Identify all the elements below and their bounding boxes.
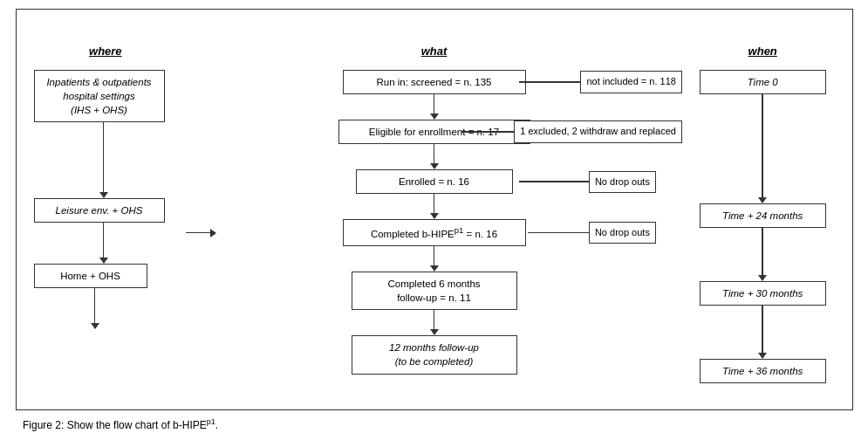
- caption-superscript: p1: [207, 417, 215, 426]
- not-included-connector: not included = n. 118: [519, 71, 681, 93]
- eligible-row: Eligible for enrollment = n. 17 1 exclud…: [186, 120, 682, 144]
- hipe-superscript: p1: [455, 225, 464, 235]
- figure-caption: Figure 2: Show the flow chart of b-HIPEp…: [9, 417, 859, 431]
- followup6-box-wrap: Completed 6 months follow-up = n. 11: [352, 272, 517, 310]
- completed-hipe-box: Completed b-HIPEp1 = n. 16: [343, 219, 526, 246]
- run-in-row: Run in: screened = n. 135 not included =…: [186, 70, 682, 94]
- excluded-box: 1 excluded, 2 withdraw and replaced: [514, 120, 682, 142]
- enrolled-row: Enrolled = n. 16 No drop outs: [186, 169, 682, 194]
- no-dropouts2-box: No drop outs: [589, 222, 656, 244]
- what-header: what: [421, 45, 448, 58]
- diagram-container: where Inpatients & outpatients hospital …: [16, 9, 853, 410]
- completed-hipe-row: Completed b-HIPEp1 = n. 16 No drop outs: [186, 219, 682, 246]
- diagram-area: where Inpatients & outpatients hospital …: [25, 18, 844, 383]
- no-dropouts1-box: No drop outs: [589, 171, 656, 193]
- where-box1: Inpatients & outpatients hospital settin…: [34, 70, 165, 122]
- enrolled-box: Enrolled = n. 16: [356, 169, 513, 194]
- what-column: what Run in: screened = n. 135 not inclu…: [186, 18, 682, 383]
- no-dropouts1-connector: No drop outs: [519, 171, 656, 193]
- followup12-box-wrap: 12 months follow-up (to be completed): [352, 335, 517, 374]
- where-box2: Leisure env. + OHS: [34, 198, 165, 223]
- where-to-hipe-connector: [186, 229, 216, 237]
- excluded-connector: 1 excluded, 2 withdraw and replaced: [461, 120, 682, 142]
- where-arrow2: [99, 223, 108, 264]
- followup12-box: 12 months follow-up (to be completed): [352, 335, 517, 374]
- where-column: where Inpatients & outpatients hospital …: [25, 18, 187, 383]
- when-column: when Time 0 Time + 24 months: [682, 18, 844, 383]
- arrow-down-4: [430, 246, 439, 272]
- when-box1: Time 0: [700, 70, 826, 94]
- when-box2: Time + 24 months: [700, 203, 826, 228]
- arrow-down-5: [430, 310, 439, 335]
- followup6-box: Completed 6 months follow-up = n. 11: [352, 272, 517, 310]
- where-arrow1: [99, 122, 108, 198]
- arrow-down-2: [430, 144, 439, 169]
- not-included-box: not included = n. 118: [580, 71, 681, 93]
- arrow-down-1: [430, 94, 439, 120]
- where-arrow3: [91, 288, 99, 329]
- where-header: where: [25, 45, 187, 58]
- where-content: Inpatients & outpatients hospital settin…: [25, 70, 187, 329]
- where-box3: Home + OHS: [34, 264, 147, 288]
- when-arrow3: [758, 306, 767, 359]
- when-arrow1: [758, 94, 767, 203]
- when-header: when: [682, 45, 844, 58]
- arrow-down-3: [430, 194, 439, 219]
- no-dropouts2-connector: No drop outs: [528, 222, 656, 244]
- when-box3: Time + 30 months: [700, 281, 826, 306]
- run-in-box: Run in: screened = n. 135: [343, 70, 526, 94]
- when-box4: Time + 36 months: [700, 359, 826, 383]
- when-content: Time 0 Time + 24 months: [682, 70, 844, 383]
- when-arrow2: [758, 228, 767, 281]
